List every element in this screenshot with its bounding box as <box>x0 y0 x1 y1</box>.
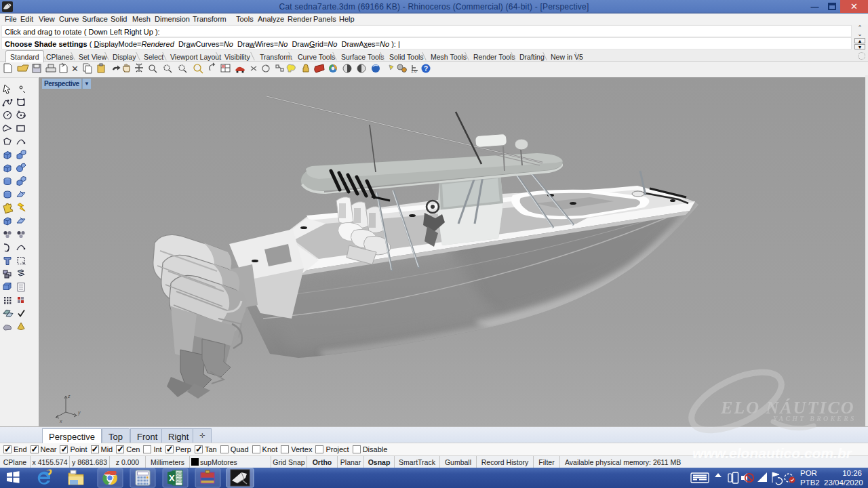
svg-text:y: y <box>77 410 81 415</box>
svg-text:x: x <box>59 419 62 424</box>
svg-text:?: ? <box>424 65 428 73</box>
svg-text:X: X <box>169 473 175 483</box>
svg-text:1.0: 1.0 <box>411 69 417 73</box>
svg-text:z: z <box>67 394 71 399</box>
svg-text:✕: ✕ <box>71 64 79 74</box>
